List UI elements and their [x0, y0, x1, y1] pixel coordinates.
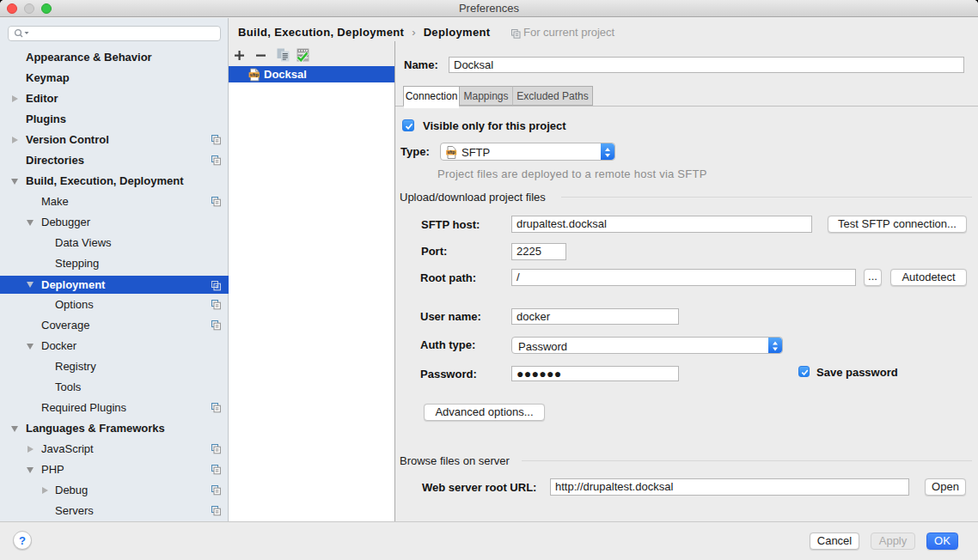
svg-text:sftp: sftp	[447, 149, 455, 155]
svg-text:sftp: sftp	[250, 72, 260, 77]
